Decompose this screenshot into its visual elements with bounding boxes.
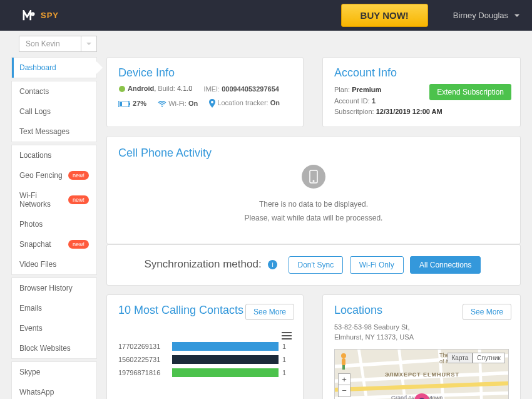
sidebar-item-label: Events bbox=[19, 324, 43, 333]
battery-icon bbox=[118, 101, 131, 107]
sidebar-item-label: Wi-Fi Networks bbox=[19, 191, 68, 209]
sidebar-item-label: Photos bbox=[19, 220, 43, 229]
device-selector[interactable]: Son Kevin bbox=[19, 36, 513, 52]
bar-value: 1 bbox=[282, 356, 290, 363]
svg-rect-3 bbox=[120, 102, 122, 106]
sidebar-item[interactable]: WhatsApp bbox=[12, 382, 96, 399]
map-type-toggle: Карта Спутник bbox=[448, 353, 505, 363]
bar-row: 156022257311 bbox=[118, 355, 292, 364]
new-badge: new! bbox=[68, 171, 89, 180]
address-line: 53-82-53-98 Seabury St, bbox=[334, 322, 509, 333]
sidebar-item[interactable]: Geo Fencingnew! bbox=[12, 165, 96, 185]
sidebar-item[interactable]: Events bbox=[12, 318, 96, 338]
sidebar-item-label: Emails bbox=[19, 304, 42, 313]
map-type-sat[interactable]: Спутник bbox=[473, 353, 505, 363]
sidebar-item-label: Geo Fencing bbox=[19, 171, 63, 180]
map-pin-icon bbox=[414, 393, 429, 399]
sidebar-item[interactable]: Block Websites bbox=[12, 338, 96, 358]
sidebar-item[interactable]: Emails bbox=[12, 298, 96, 318]
new-badge: new! bbox=[68, 195, 89, 204]
subheader: Son Kevin bbox=[0, 31, 532, 57]
app-header: SPY BUY NOW! Birney Douglas bbox=[0, 0, 532, 31]
sidebar-item[interactable]: Browser History bbox=[12, 278, 96, 298]
info-icon[interactable]: i bbox=[268, 260, 277, 269]
sidebar-item[interactable]: Locations bbox=[12, 145, 96, 165]
svg-rect-11 bbox=[342, 365, 345, 370]
main-content: Device Info Android, Build: 4.1.0 IMEI: … bbox=[97, 57, 532, 399]
bar-row: 197968718161 bbox=[118, 368, 292, 377]
logo-icon bbox=[22, 10, 36, 21]
chart-menu-icon[interactable] bbox=[282, 330, 292, 341]
sidebar-item-label: Locations bbox=[19, 151, 51, 160]
user-name: Birney Douglas bbox=[453, 11, 508, 20]
map-type-map[interactable]: Карта bbox=[448, 353, 473, 363]
svg-rect-10 bbox=[342, 358, 345, 366]
sync-wifi-button[interactable]: Wi-Fi Only bbox=[350, 256, 404, 274]
address-line: Elmhurst, NY 11373, USA bbox=[334, 332, 509, 343]
see-more-button[interactable]: See More bbox=[463, 304, 511, 320]
chevron-down-icon bbox=[514, 14, 519, 17]
device-info-card: Device Info Android, Build: 4.1.0 IMEI: … bbox=[106, 57, 304, 127]
svg-point-9 bbox=[341, 353, 346, 358]
account-info-card: Account Info Plan: Premium Account ID: 1… bbox=[322, 57, 521, 127]
sidebar-item[interactable]: Call Logs bbox=[12, 101, 96, 122]
svg-point-7 bbox=[313, 180, 315, 182]
sidebar-item-label: Skype bbox=[19, 368, 40, 376]
device-selector-toggle[interactable] bbox=[81, 36, 97, 52]
brand-text: SPY bbox=[41, 11, 59, 20]
locations-card: Locations See More 53-82-53-98 Seabury S… bbox=[322, 294, 521, 399]
sidebar-item[interactable]: Dashboard bbox=[12, 58, 96, 78]
card-title: Cell Phone Activity bbox=[118, 147, 509, 160]
svg-rect-2 bbox=[129, 103, 130, 105]
sidebar-item[interactable]: Wi-Fi Networksnew! bbox=[12, 185, 96, 214]
bar-value: 1 bbox=[282, 369, 290, 376]
sidebar-item-label: Block Websites bbox=[19, 344, 71, 353]
bar-label: 19796871816 bbox=[118, 369, 168, 376]
sidebar-item[interactable]: Skype bbox=[12, 362, 96, 382]
sidebar-item-label: Text Messages bbox=[19, 127, 69, 136]
bar-fill bbox=[172, 342, 279, 351]
sidebar-item[interactable]: Contacts bbox=[12, 81, 96, 101]
user-menu[interactable]: Birney Douglas bbox=[453, 11, 519, 20]
bar-fill bbox=[172, 368, 279, 377]
bar-fill bbox=[172, 355, 279, 364]
card-title: Device Info bbox=[118, 66, 292, 80]
location-icon bbox=[209, 99, 215, 108]
new-badge: new! bbox=[68, 240, 89, 249]
chevron-down-icon bbox=[86, 43, 91, 45]
svg-point-0 bbox=[119, 86, 125, 92]
sidebar-item-label: Dashboard bbox=[19, 63, 56, 72]
bar-label: 15602225731 bbox=[118, 356, 168, 363]
sidebar-item[interactable]: Video Files bbox=[12, 254, 96, 274]
svg-point-4 bbox=[161, 106, 163, 107]
sidebar: Dashboard ContactsCall LogsText Messages… bbox=[0, 57, 97, 399]
sidebar-item[interactable]: Text Messages bbox=[12, 122, 96, 142]
sidebar-item-label: Browser History bbox=[19, 284, 73, 293]
svg-point-5 bbox=[211, 101, 213, 103]
brand-logo: SPY bbox=[22, 10, 59, 21]
zoom-out-button[interactable]: − bbox=[339, 385, 350, 396]
activity-card: Cell Phone Activity There is no data to … bbox=[106, 136, 521, 244]
see-more-button[interactable]: See More bbox=[245, 304, 294, 320]
device-selector-value: Son Kevin bbox=[19, 36, 81, 52]
sidebar-item[interactable]: Photos bbox=[12, 214, 96, 234]
map[interactable]: The Reformed Church of Newtown ЭЛМХЕРСТ … bbox=[334, 349, 509, 399]
sidebar-item-label: Snapchat bbox=[19, 240, 51, 249]
sync-dont-button[interactable]: Don't Sync bbox=[289, 256, 344, 274]
extend-subscription-button[interactable]: Extend Subscription bbox=[429, 84, 511, 100]
sync-all-button[interactable]: All Connections bbox=[410, 256, 481, 274]
empty-text-2: Please, wait while data will be processe… bbox=[118, 214, 509, 222]
map-poi: ЭЛМХЕРСТ ELMHURST bbox=[385, 371, 459, 378]
sidebar-item-label: Call Logs bbox=[19, 107, 51, 116]
zoom-in-button[interactable]: + bbox=[339, 374, 350, 385]
bar-value: 1 bbox=[282, 343, 290, 350]
map-zoom: + − bbox=[338, 373, 350, 397]
sidebar-item-label: Contacts bbox=[19, 87, 49, 96]
pegman-icon[interactable] bbox=[338, 353, 349, 373]
buy-now-button[interactable]: BUY NOW! bbox=[341, 4, 428, 27]
sync-card: Synchronization method: i Don't Sync Wi-… bbox=[106, 244, 521, 286]
android-icon bbox=[118, 85, 126, 93]
wifi-icon bbox=[158, 101, 166, 107]
sidebar-item[interactable]: Snapchatnew! bbox=[12, 234, 96, 254]
sync-label: Synchronization method: bbox=[145, 258, 262, 271]
